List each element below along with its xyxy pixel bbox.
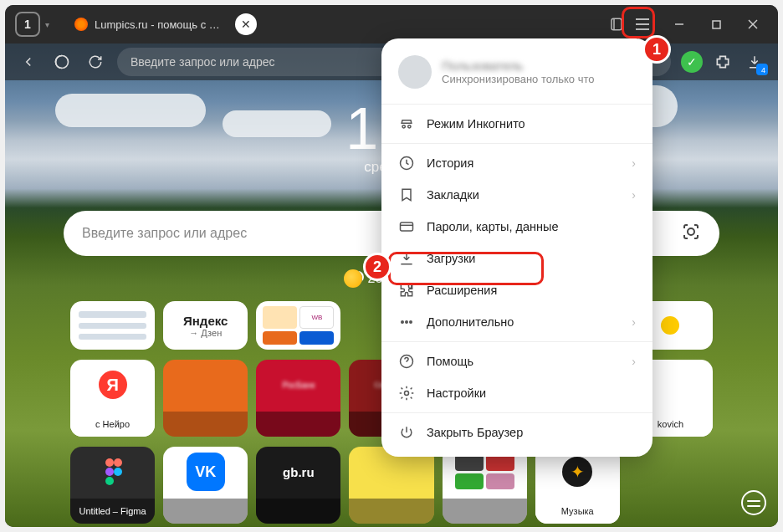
svg-rect-16	[401, 223, 413, 231]
browser-window: 1 ▾ Lumpics.ru - помощь с ком ✕	[5, 5, 778, 527]
close-window-button[interactable]	[734, 10, 771, 38]
svg-rect-5	[713, 21, 720, 28]
main-menu-popup: Пользователь Синхронизировано только что…	[381, 38, 652, 457]
menu-passwords[interactable]: Пароли, карты, данные	[381, 211, 652, 243]
menu-bookmarks[interactable]: Закладки›	[381, 179, 652, 211]
home-button[interactable]	[50, 50, 74, 74]
music-logo-icon: ✦	[562, 457, 592, 487]
tile[interactable]: РосБанк	[256, 360, 340, 437]
download-count: 4	[761, 66, 765, 74]
chevron-right-icon: ›	[632, 315, 636, 329]
extensions-toolbar-icon[interactable]	[711, 50, 734, 74]
tile[interactable]	[349, 447, 433, 524]
user-name: Пользователь	[442, 59, 595, 73]
menu-more[interactable]: Дополнительно›	[381, 306, 652, 338]
dots-icon	[398, 314, 415, 330]
maximize-button[interactable]	[698, 10, 734, 38]
tab-favicon-icon	[74, 18, 88, 31]
svg-point-19	[410, 321, 412, 324]
tile-music[interactable]: ✦Музыка	[535, 447, 620, 524]
tab-dropdown-icon[interactable]: ▾	[45, 20, 49, 29]
sidebar-toggle-icon[interactable]	[602, 10, 631, 38]
browser-tab[interactable]: Lumpics.ru - помощь с ком	[64, 10, 232, 38]
menu-user-section[interactable]: Пользователь Синхронизировано только что	[381, 52, 652, 100]
tile-neuro[interactable]: Яс Нейро	[70, 360, 155, 437]
svg-point-14	[105, 477, 114, 485]
tile-gb[interactable]: gb.ru	[256, 447, 340, 524]
svg-rect-0	[612, 18, 622, 30]
tile[interactable]	[163, 360, 248, 437]
puzzle-icon	[398, 282, 415, 299]
sun-icon	[344, 269, 362, 288]
sync-status: Синхронизировано только что	[442, 73, 595, 85]
menu-history[interactable]: История›	[381, 147, 652, 179]
menu-help[interactable]: Помощь›	[381, 345, 652, 377]
menu-close-browser[interactable]: Закрыть Браузер	[381, 417, 652, 448]
search-placeholder: Введите запрос или адрес	[82, 226, 247, 241]
svg-point-18	[406, 321, 408, 324]
yandex-logo-icon: Я	[99, 371, 127, 399]
chevron-right-icon: ›	[632, 355, 636, 368]
tile[interactable]	[443, 447, 527, 524]
svg-point-13	[114, 468, 122, 476]
help-icon	[398, 353, 415, 370]
svg-point-12	[105, 468, 114, 476]
menu-downloads[interactable]: Загрузки	[381, 243, 652, 274]
tile-vk[interactable]: VK	[163, 447, 248, 524]
svg-point-21	[405, 391, 409, 396]
chevron-right-icon: ›	[632, 188, 636, 202]
incognito-icon	[398, 115, 415, 132]
tile[interactable]: WB	[256, 301, 340, 350]
card-icon	[398, 218, 415, 235]
bookmark-icon	[398, 187, 415, 203]
tile-grid-row3: Untitled – Figma VK gb.ru ✦Музыка	[70, 447, 713, 524]
tab-title: Lumpics.ru - помощь с ком	[95, 18, 222, 31]
user-avatar-icon	[398, 55, 432, 89]
history-icon	[398, 155, 415, 171]
menu-settings[interactable]: Настройки	[381, 377, 652, 409]
figma-icon	[104, 458, 122, 485]
titlebar: 1 ▾ Lumpics.ru - помощь с ком ✕	[5, 5, 778, 43]
download-icon	[398, 250, 415, 267]
back-button[interactable]	[17, 50, 40, 74]
tile[interactable]	[70, 301, 155, 350]
power-icon	[398, 424, 415, 441]
protect-shield-icon[interactable]: ✓	[681, 51, 703, 73]
svg-point-17	[402, 321, 404, 324]
tile-yandex[interactable]: Яндекс→ Дзен	[163, 301, 248, 350]
menu-incognito[interactable]: Режим Инкогнито	[381, 108, 652, 140]
tab-counter[interactable]: 1	[15, 12, 40, 37]
window-controls	[661, 10, 771, 38]
menu-extensions[interactable]: Расширения	[381, 274, 652, 306]
vk-icon: VK	[187, 453, 225, 491]
chevron-right-icon: ›	[632, 156, 636, 170]
downloads-button[interactable]: 4	[743, 50, 766, 74]
svg-point-11	[114, 458, 122, 467]
main-menu-button[interactable]	[631, 13, 654, 36]
gear-icon	[398, 385, 415, 402]
image-search-icon[interactable]	[681, 222, 701, 245]
reload-button[interactable]	[84, 50, 107, 74]
svg-point-9	[688, 228, 694, 235]
minimize-button[interactable]	[661, 10, 698, 38]
customize-button[interactable]	[741, 490, 766, 515]
svg-point-10	[105, 458, 114, 467]
tab-close-button[interactable]: ✕	[235, 13, 257, 35]
tile-figma[interactable]: Untitled – Figma	[70, 447, 155, 524]
